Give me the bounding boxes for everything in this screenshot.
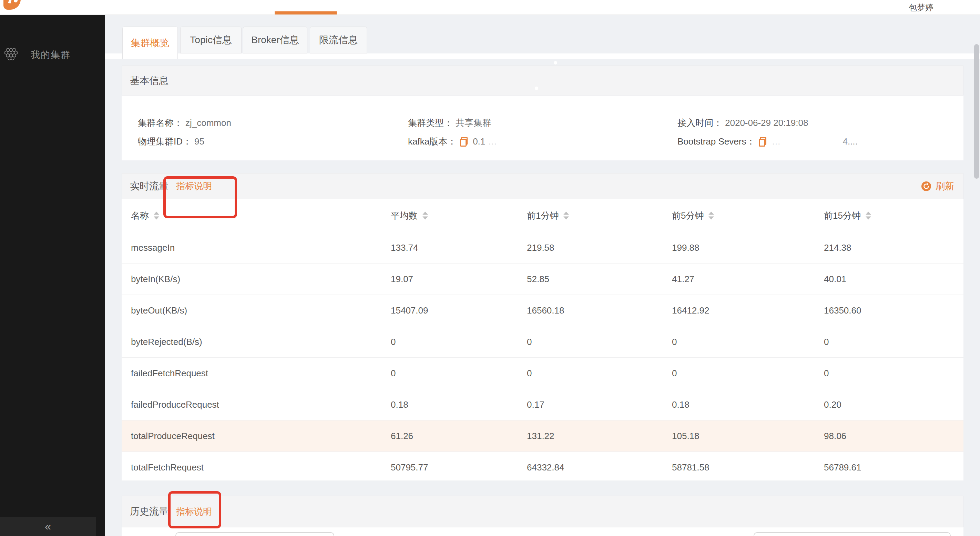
sidebar-collapse-trigger[interactable]: « [0, 517, 96, 536]
column-header-last-5min[interactable]: 前5分钟 [672, 209, 714, 222]
table-row: totalFetchRequest 50795.77 64332.84 5878… [122, 452, 964, 483]
sidebar: 我的集群 « [0, 14, 105, 536]
realtime-traffic-title: 实时流量 [130, 180, 169, 193]
refresh-icon [921, 181, 931, 191]
decorative-dot [554, 61, 557, 64]
column-header-average[interactable]: 平均数 [391, 209, 428, 222]
history-control-right[interactable] [754, 532, 951, 536]
table-header-row: 名称 平均数 前1分钟 前5分钟 前15分钟 [122, 199, 964, 232]
active-nav-indicator [275, 11, 337, 14]
field-cluster-type: 集群类型： 共享集群 [408, 117, 492, 129]
sort-carets-icon [422, 211, 428, 219]
table-row-highlighted: totalProduceRequest 61.26 131.22 105.18 … [122, 420, 964, 452]
chevrons-left-icon: « [45, 521, 51, 532]
field-kafka-version: kafka版本： 0.1 … [408, 136, 497, 148]
table-row: failedFetchRequest 0 0 0 0 [122, 358, 964, 389]
history-control-left[interactable] [175, 532, 334, 536]
basic-info-body: 集群名称： zj_common 集群类型： 共享集群 接入时间： 2020-06… [122, 96, 964, 160]
basic-info-title: 基本信息 [130, 74, 169, 87]
table-row: byteOut(KB/s) 15407.09 16560.18 16412.92… [122, 295, 964, 326]
table-row: byteIn(KB/s) 19.07 52.85 41.27 40.01 [122, 263, 964, 295]
field-cluster-name: 集群名称： zj_common [138, 117, 231, 129]
basic-info-header: 基本信息 [122, 65, 964, 96]
user-menu[interactable]: 包梦婷 [909, 2, 934, 13]
sidebar-item-label: 我的集群 [31, 49, 71, 61]
tab-content-strip [105, 53, 980, 59]
field-join-time: 接入时间： 2020-06-29 20:19:08 [678, 117, 808, 129]
sidebar-item-my-clusters[interactable]: 我的集群 [0, 46, 105, 64]
refresh-label: 刷新 [935, 180, 954, 193]
annotation-box-history-metric [168, 491, 221, 528]
column-header-name[interactable]: 名称 [131, 209, 159, 222]
table-row: failedProduceRequest 0.18 0.17 0.18 0.20 [122, 389, 964, 420]
sort-carets-icon [563, 211, 569, 219]
tab-throttle-info[interactable]: 限流信息 [310, 27, 367, 53]
annotation-box-realtime-metric [163, 176, 237, 219]
app-header: 包梦婷 [0, 0, 980, 15]
copy-icon[interactable] [460, 137, 468, 147]
copy-icon[interactable] [759, 137, 767, 147]
sort-carets-icon [154, 211, 159, 219]
tab-broker-info[interactable]: Broker信息 [243, 27, 307, 53]
screen: 包梦婷 我的集群 « 集群概览 Topic信息 Broker信息 限流信息 基本… [0, 0, 980, 536]
tab-topic-info[interactable]: Topic信息 [180, 27, 242, 53]
sort-carets-icon [708, 211, 714, 219]
realtime-traffic-header: 实时流量 指标说明 刷新 [122, 173, 964, 199]
field-bootstrap-servers: Bootstrap Severs： … 4.... [678, 136, 858, 148]
vertical-scrollbar-thumb[interactable] [974, 44, 979, 179]
realtime-traffic-table: 名称 平均数 前1分钟 前5分钟 前15分钟 messageIn 133. [122, 199, 964, 480]
table-row: messageIn 133.74 219.58 199.88 214.38 [122, 232, 964, 263]
app-logo[interactable] [3, 0, 21, 10]
cluster-honeycomb-icon [3, 47, 19, 63]
tab-cluster-overview[interactable]: 集群概览 [123, 27, 178, 59]
table-row: byteRejected(B/s) 0 0 0 0 [122, 326, 964, 358]
history-traffic-header: 历史流量 指标说明 [122, 496, 964, 527]
sort-carets-icon [865, 211, 871, 219]
refresh-button[interactable]: 刷新 [921, 180, 954, 193]
column-header-last-15min[interactable]: 前15分钟 [824, 209, 871, 222]
decorative-dot [535, 86, 538, 90]
field-physical-cluster-id: 物理集群ID： 95 [138, 136, 204, 148]
history-traffic-title: 历史流量 [130, 505, 169, 518]
column-header-last-1min[interactable]: 前1分钟 [527, 209, 569, 222]
